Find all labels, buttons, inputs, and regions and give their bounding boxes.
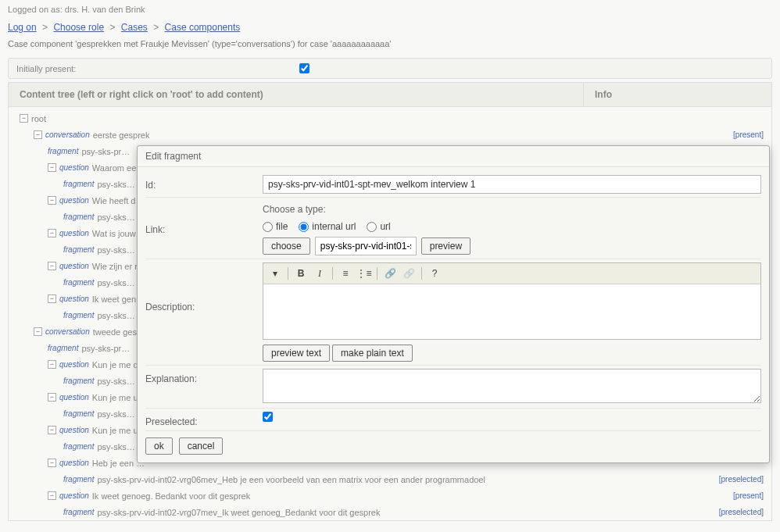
expander-icon[interactable]: −	[34, 327, 42, 336]
initially-present-panel: Initially present:	[8, 58, 772, 79]
tree-node[interactable]: psy-sks-pr…	[81, 147, 130, 156]
expander-icon[interactable]: −	[48, 262, 56, 270]
preselected-checkbox[interactable]	[263, 412, 273, 422]
node-kind: question	[59, 229, 89, 237]
crumb-logon[interactable]: Log on	[8, 22, 37, 33]
ordered-list-icon[interactable]: ≡	[337, 266, 354, 281]
expander-icon[interactable]: −	[48, 426, 56, 434]
tree-node[interactable]: psy-sks…	[97, 245, 134, 255]
status-badge: [present]	[733, 491, 764, 500]
radio-url[interactable]	[367, 222, 377, 232]
node-kind: fragment	[63, 475, 94, 484]
edit-fragment-dialog: Edit fragment Id: Link: Choose a type: f…	[137, 145, 770, 463]
node-kind: fragment	[63, 180, 94, 188]
choose-type-label: Choose a type:	[263, 204, 761, 215]
status-badge: [present]	[733, 130, 764, 139]
ok-button[interactable]: ok	[145, 437, 173, 455]
node-kind: question	[59, 262, 89, 270]
link-value-input[interactable]	[315, 237, 417, 255]
cancel-button[interactable]: cancel	[179, 437, 224, 455]
resize-handle-icon[interactable]: ▾	[267, 266, 284, 281]
expander-icon[interactable]: −	[48, 229, 56, 237]
tree-node[interactable]: psy-sks-prv-vid-int02-vrg07mev_Ik weet g…	[97, 508, 380, 517]
expander-icon[interactable]: −	[48, 459, 56, 467]
radio-file[interactable]	[263, 222, 273, 232]
node-kind: question	[59, 491, 89, 500]
expander-icon[interactable]: −	[48, 295, 56, 303]
unordered-list-icon[interactable]: ⋮≡	[356, 266, 373, 281]
status-badge: [preselected]	[719, 475, 764, 484]
content-table-header: Content tree (left or right click on 'ro…	[8, 82, 772, 107]
node-kind: question	[59, 360, 89, 369]
id-label: Id:	[145, 175, 263, 191]
node-kind: fragment	[63, 278, 94, 287]
expander-icon[interactable]: −	[34, 130, 42, 139]
node-kind: fragment	[63, 377, 94, 385]
tree-node[interactable]: eerste gesprek	[93, 130, 150, 140]
tree-node[interactable]: psy-sks…	[97, 442, 134, 452]
breadcrumb: Log on > Choose role > Cases > Case comp…	[0, 19, 780, 36]
expander-icon[interactable]: −	[48, 393, 56, 402]
node-kind: question	[59, 196, 89, 205]
expander-icon[interactable]: −	[20, 114, 28, 123]
tree-node[interactable]: psy-sks…	[97, 409, 134, 419]
preview-button[interactable]: preview	[421, 237, 471, 255]
node-kind: fragment	[48, 147, 78, 155]
node-kind: conversation	[45, 327, 90, 336]
tree-node[interactable]: psy-sks…	[97, 180, 134, 189]
rich-text-editor: ▾ B I ≡ ⋮≡ 🔗 🔗 ?	[263, 262, 761, 340]
tree-node[interactable]: psy-sks-pr…	[81, 344, 130, 353]
logged-on-label: Logged on as: drs. H. van den Brink	[0, 0, 780, 19]
node-kind: fragment	[63, 442, 94, 451]
node-kind: question	[59, 295, 89, 303]
expander-icon[interactable]: −	[48, 491, 56, 500]
tree-node[interactable]: psy-sks-prv-vid-int02-vrg06mev_Heb je ee…	[97, 475, 485, 484]
node-kind: question	[59, 393, 89, 402]
radio-file-label: file	[276, 221, 288, 232]
crumb-case-components[interactable]: Case components	[165, 22, 241, 33]
node-kind: fragment	[63, 245, 94, 254]
initially-present-label: Initially present:	[16, 64, 290, 73]
case-description: Case component 'gesprekken met Fraukje M…	[0, 36, 780, 55]
node-kind: fragment	[63, 508, 94, 516]
preview-text-button[interactable]: preview text	[263, 345, 330, 362]
unlink-icon[interactable]: 🔗	[400, 266, 417, 281]
help-icon[interactable]: ?	[426, 266, 443, 281]
editor-toolbar: ▾ B I ≡ ⋮≡ 🔗 🔗 ?	[263, 263, 760, 284]
tree-node[interactable]: psy-sks…	[97, 212, 134, 222]
make-plain-text-button[interactable]: make plain text	[332, 345, 413, 362]
status-badge: [preselected]	[719, 508, 764, 516]
expander-icon[interactable]: −	[48, 196, 56, 205]
bold-icon[interactable]: B	[292, 266, 309, 281]
node-kind: fragment	[63, 212, 94, 221]
expander-icon[interactable]: −	[48, 163, 56, 172]
crumb-choose-role[interactable]: Choose role	[53, 22, 104, 33]
explanation-textarea[interactable]	[263, 369, 761, 403]
crumb-cases[interactable]: Cases	[121, 22, 148, 33]
description-editor-area[interactable]	[263, 284, 760, 339]
id-input[interactable]	[263, 175, 761, 194]
choose-button[interactable]: choose	[263, 237, 310, 255]
initially-present-checkbox[interactable]	[299, 63, 309, 73]
node-kind: question	[59, 426, 89, 434]
radio-internal-url[interactable]	[299, 222, 309, 232]
radio-internal-label: internal url	[312, 221, 356, 232]
node-kind: fragment	[48, 344, 78, 352]
link-icon[interactable]: 🔗	[381, 266, 399, 281]
dialog-title: Edit fragment	[138, 146, 769, 167]
tree-node[interactable]: Ik weet genoeg. Bedankt voor dit gesprek	[92, 491, 250, 501]
crumb-sep: >	[109, 22, 115, 33]
tree-root[interactable]: root	[31, 114, 46, 123]
radio-url-label: url	[380, 221, 390, 232]
node-kind: question	[59, 459, 89, 467]
expander-icon[interactable]: −	[48, 360, 56, 369]
description-label: Description:	[145, 262, 263, 312]
tree-node[interactable]: psy-sks…	[97, 278, 134, 287]
tree-node[interactable]: psy-sks…	[97, 377, 134, 386]
node-kind: conversation	[45, 130, 90, 139]
node-kind: fragment	[63, 311, 94, 320]
tree-node[interactable]: psy-sks…	[97, 311, 134, 320]
italic-icon[interactable]: I	[311, 266, 328, 281]
node-kind: question	[59, 163, 89, 172]
link-label: Link:	[145, 201, 263, 235]
